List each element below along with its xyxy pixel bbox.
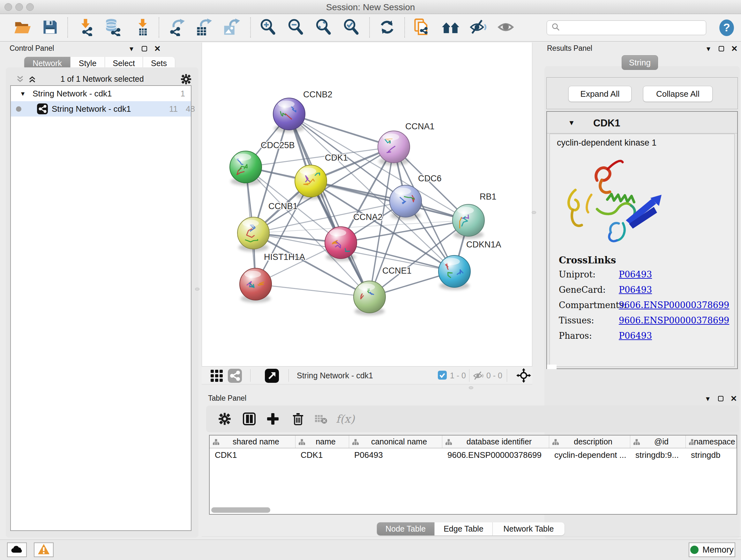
tab-network-table[interactable]: Network Table xyxy=(493,522,564,536)
column-header-shared-name[interactable]: shared name xyxy=(210,435,295,448)
table-cell[interactable]: CDK1 xyxy=(210,448,295,462)
function-builder-button[interactable]: f(x) xyxy=(336,410,354,428)
table-options-gear-icon[interactable] xyxy=(216,410,233,428)
refresh-icon xyxy=(379,18,396,37)
network-row[interactable]: String Network - cdk1 11 48 xyxy=(11,101,191,117)
network-edge[interactable] xyxy=(256,284,369,297)
warning-status-button[interactable] xyxy=(34,543,54,557)
panel-menu-icon[interactable]: ▼ xyxy=(704,395,711,402)
search-input[interactable] xyxy=(563,23,706,33)
copy-network-button[interactable] xyxy=(413,18,431,37)
network-node-ccnb1[interactable] xyxy=(238,217,269,252)
collection-expand-icon[interactable]: ▼ xyxy=(20,90,26,98)
panel-float-icon[interactable] xyxy=(719,46,724,51)
network-node-ccne1[interactable] xyxy=(354,281,386,315)
network-options-gear-icon[interactable] xyxy=(181,74,192,86)
crosslink-link[interactable]: 9606.ENSP00000378699 xyxy=(619,300,729,310)
help-button[interactable]: ? xyxy=(718,19,735,37)
panel-close-icon[interactable]: ✕ xyxy=(731,395,737,402)
show-graphics-button[interactable] xyxy=(497,18,516,37)
column-header-name[interactable]: name xyxy=(295,435,349,448)
panel-menu-icon[interactable]: ▼ xyxy=(128,46,135,52)
import-table-icon xyxy=(134,18,151,37)
table-horizontal-scrollbar[interactable] xyxy=(211,507,270,513)
column-header-at-id[interactable]: @id xyxy=(630,435,686,448)
right-splitter-handle[interactable] xyxy=(532,211,536,214)
network-node-rb1[interactable] xyxy=(453,204,484,239)
network-node-ccna1[interactable] xyxy=(378,131,410,165)
table-cell[interactable]: P06493 xyxy=(349,448,442,462)
node-label-rb1: RB1 xyxy=(480,192,496,201)
panel-float-icon[interactable] xyxy=(142,46,147,51)
column-header-namespace[interactable]: namespace xyxy=(686,435,737,448)
export-image-button[interactable] xyxy=(222,18,240,37)
import-network-button[interactable] xyxy=(77,18,95,37)
tab-edge-table[interactable]: Edge Table xyxy=(434,522,493,536)
crosslink-link[interactable]: P06493 xyxy=(619,269,652,279)
import-database-button[interactable] xyxy=(104,18,123,37)
network-node-ccnb2[interactable] xyxy=(273,98,305,132)
show-columns-icon[interactable] xyxy=(240,410,258,428)
save-session-button[interactable] xyxy=(41,18,59,37)
network-view-mode-icon[interactable] xyxy=(228,369,242,384)
table-cell[interactable]: stringdb:9... xyxy=(630,448,686,462)
zoom-fit-button[interactable] xyxy=(314,18,333,37)
expand-all-button[interactable]: Expand All xyxy=(568,86,631,102)
crosslink-link[interactable]: P06493 xyxy=(619,285,652,295)
gene-collapse-icon[interactable]: ▼ xyxy=(568,119,575,127)
pan-crosshair-icon[interactable] xyxy=(516,368,531,384)
left-splitter-handle[interactable] xyxy=(195,288,199,291)
zoom-out-button[interactable] xyxy=(286,18,305,37)
node-label-cdc6: CDC6 xyxy=(418,174,442,183)
open-session-button[interactable] xyxy=(13,18,31,37)
network-node-hist1h1a[interactable] xyxy=(240,268,272,303)
panel-menu-icon[interactable]: ▼ xyxy=(705,46,712,52)
network-node-cdc25b[interactable] xyxy=(230,151,262,186)
panel-close-icon[interactable]: ✕ xyxy=(731,45,738,53)
import-table-button[interactable] xyxy=(133,18,152,37)
open-in-window-icon[interactable] xyxy=(265,369,279,384)
tab-string[interactable]: String xyxy=(622,55,658,70)
network-node-cdk1[interactable] xyxy=(295,165,327,199)
export-table-button[interactable] xyxy=(194,18,212,37)
network-node-ccna2[interactable] xyxy=(325,227,357,261)
column-header-description[interactable]: description xyxy=(549,435,630,448)
table-cell[interactable]: 9606.ENSP00000378699 xyxy=(442,448,549,462)
table-cell[interactable]: CDK1 xyxy=(295,448,349,462)
tab-node-table[interactable]: Node Table xyxy=(377,522,434,536)
node-label-ccna2: CCNA2 xyxy=(353,212,383,222)
hide-graphics-button[interactable] xyxy=(469,18,488,37)
home-button[interactable] xyxy=(441,18,460,37)
network-view-canvas[interactable]: CCNB2CCNA1CDC25BCDK1CDC6RB1CCNB1CCNA2CDK… xyxy=(202,43,532,366)
node-table[interactable]: shared namenamecanonical namedatabase id… xyxy=(209,435,737,515)
gene-card-header[interactable]: ▼ CDK1 xyxy=(547,112,737,133)
table-cell[interactable]: cyclin-dependent ... xyxy=(549,448,630,462)
panel-float-icon[interactable] xyxy=(718,396,724,401)
column-header-canonical-name[interactable]: canonical name xyxy=(349,435,442,448)
crosslink-link[interactable]: P06493 xyxy=(619,331,652,341)
zoom-selected-button[interactable] xyxy=(342,18,360,37)
column-header-database-identifier[interactable]: database identifier xyxy=(442,435,549,448)
crosslink-link[interactable]: 9606.ENSP00000378699 xyxy=(619,315,729,325)
network-node-cdkn1a[interactable] xyxy=(439,255,470,290)
refresh-button[interactable] xyxy=(378,18,396,37)
table-row[interactable]: CDK1CDK1P064939606.ENSP00000378699cyclin… xyxy=(210,448,737,462)
cloud-status-button[interactable] xyxy=(7,543,27,557)
panel-close-icon[interactable]: ✕ xyxy=(154,45,161,53)
table-cell[interactable]: stringdb xyxy=(686,448,737,462)
delete-column-trash-icon[interactable] xyxy=(289,410,307,428)
network-edge[interactable] xyxy=(289,114,394,147)
collapse-all-button[interactable]: Collapse All xyxy=(643,86,713,102)
network-collection-row[interactable]: ▼ String Network - cdk1 1 xyxy=(11,86,191,101)
memory-button[interactable]: Memory xyxy=(689,543,735,557)
export-network-button[interactable] xyxy=(167,18,186,37)
network-edge[interactable] xyxy=(289,114,369,297)
delete-table-icon[interactable] xyxy=(313,410,330,428)
selected-checkbox-icon[interactable] xyxy=(438,371,447,381)
zoom-in-button[interactable] xyxy=(259,18,277,37)
network-graph[interactable]: CCNB2CCNA1CDC25BCDK1CDC6RB1CCNB1CCNA2CDK… xyxy=(202,43,533,366)
grid-view-icon[interactable] xyxy=(210,369,223,384)
hidden-eye-icon[interactable] xyxy=(473,370,484,382)
network-node-cdc6[interactable] xyxy=(390,185,421,220)
create-column-plus-icon[interactable] xyxy=(264,410,282,428)
